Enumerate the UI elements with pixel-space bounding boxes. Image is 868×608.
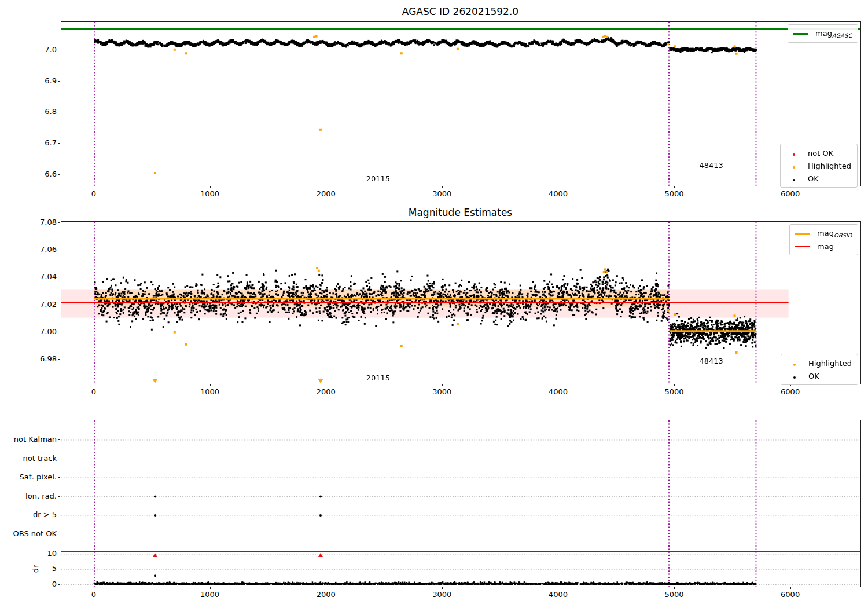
obsid-annotation: 20115 bbox=[366, 373, 390, 382]
x-tick-label: 1000 bbox=[200, 189, 219, 199]
y-tick-label: 6.6 bbox=[2, 170, 57, 179]
y-tick-label: 7.0 bbox=[2, 45, 57, 54]
x-tick-label: 0 bbox=[91, 590, 96, 599]
legend-label: magOBSID bbox=[817, 229, 852, 239]
flag-row-label: Ion. rad. bbox=[2, 492, 57, 501]
legend-label: Highlighted bbox=[808, 359, 852, 368]
x-tick-label: 6000 bbox=[781, 590, 800, 599]
plot2-canvas bbox=[61, 222, 860, 384]
y-tick-mark bbox=[58, 174, 60, 175]
x-tick-mark bbox=[94, 186, 94, 188]
legend-line-swatch bbox=[793, 33, 808, 35]
x-tick-mark bbox=[210, 587, 211, 589]
plot3-canvas bbox=[61, 420, 860, 587]
flag-row-label: not track bbox=[2, 454, 57, 463]
flag-row-tick-mark bbox=[58, 496, 60, 497]
flag-row-tick-mark bbox=[58, 477, 60, 478]
x-tick-label: 4000 bbox=[549, 387, 568, 397]
x-tick-mark bbox=[94, 384, 94, 386]
y-tick-mark bbox=[58, 277, 60, 277]
plot1-magnitude-vs-time bbox=[61, 21, 861, 186]
x-tick-mark bbox=[558, 186, 558, 188]
x-tick-label: 2000 bbox=[317, 590, 336, 599]
x-tick-mark bbox=[442, 587, 443, 589]
plot2-magnitude-estimates bbox=[61, 221, 861, 384]
x-tick-mark bbox=[674, 384, 675, 386]
x-tick-label: 5000 bbox=[664, 387, 683, 397]
legend-label-subscript: AGASC bbox=[832, 32, 852, 39]
flag-row-tick-mark bbox=[58, 439, 60, 440]
dr-tick-label: 10 bbox=[2, 549, 57, 558]
plot3-quality-flags bbox=[61, 420, 861, 587]
y-tick-mark bbox=[58, 81, 60, 82]
y-tick-label: 7.02 bbox=[2, 300, 57, 309]
x-tick-mark bbox=[790, 587, 791, 589]
x-tick-label: 6000 bbox=[781, 189, 800, 199]
legend-mag-agasc: magAGASC bbox=[788, 24, 858, 43]
x-tick-label: 0 bbox=[91, 387, 96, 397]
legend-item: Highlighted bbox=[786, 357, 852, 369]
x-tick-label: 0 bbox=[91, 189, 96, 199]
y-tick-mark bbox=[58, 50, 60, 50]
figure-agasc-magnitude-report: AGASC ID 262021592.0 Magnitude Estimates… bbox=[0, 0, 868, 608]
legend-label: not OK bbox=[808, 149, 833, 158]
x-tick-label: 4000 bbox=[549, 189, 568, 199]
flag-row-label: OBS not OK bbox=[2, 529, 57, 539]
legend-label: magAGASC bbox=[815, 29, 852, 39]
flag-row-tick-mark bbox=[58, 515, 60, 515]
x-tick-label: 3000 bbox=[432, 189, 451, 199]
legend-label: Highlighted bbox=[808, 162, 851, 170]
legend-item: magOBSID bbox=[795, 227, 852, 240]
x-tick-mark bbox=[558, 384, 558, 386]
obsid-annotation: 48413 bbox=[700, 356, 723, 365]
y-tick-label: 7.00 bbox=[2, 327, 57, 336]
dr-tick-mark bbox=[58, 554, 60, 554]
x-tick-mark bbox=[210, 186, 211, 188]
legend-line-swatch bbox=[795, 233, 810, 235]
y-tick-label: 7.04 bbox=[2, 272, 57, 281]
y-tick-mark bbox=[58, 112, 60, 112]
x-tick-mark bbox=[326, 186, 326, 188]
y-tick-label: 6.8 bbox=[2, 107, 57, 116]
flag-row-tick-mark bbox=[58, 459, 60, 459]
legend-label-subscript: OBSID bbox=[834, 232, 852, 239]
x-tick-mark bbox=[326, 384, 326, 386]
legend-label: OK bbox=[808, 174, 819, 183]
legend-item: OK bbox=[785, 172, 851, 185]
x-tick-label: 2000 bbox=[317, 387, 336, 397]
obsid-annotation: 48413 bbox=[700, 161, 723, 170]
legend-label: mag bbox=[817, 242, 834, 251]
legend-plot2-lines: magOBSIDmag bbox=[789, 224, 858, 255]
plot2-title: Magnitude Estimates bbox=[61, 207, 860, 218]
x-tick-mark bbox=[442, 384, 443, 386]
legend-item: OK bbox=[786, 369, 852, 382]
y-tick-mark bbox=[58, 305, 60, 305]
y-tick-mark bbox=[58, 143, 60, 144]
y-tick-label: 7.06 bbox=[2, 245, 57, 254]
x-tick-label: 5000 bbox=[664, 590, 683, 599]
y-tick-mark bbox=[58, 250, 60, 250]
x-tick-mark bbox=[558, 587, 558, 589]
plot1-title: AGASC ID 262021592.0 bbox=[61, 6, 860, 17]
x-tick-label: 3000 bbox=[432, 590, 451, 599]
obsid-annotation: 20115 bbox=[366, 174, 390, 182]
x-tick-mark bbox=[674, 186, 675, 188]
legend-item: magAGASC bbox=[793, 27, 852, 40]
x-tick-label: 3000 bbox=[432, 387, 451, 397]
legend-plot1-markers: not OKHighlightedOK bbox=[780, 144, 858, 188]
legend-marker-swatch bbox=[786, 372, 803, 380]
legend-marker-swatch bbox=[785, 162, 803, 170]
flag-row-label: not Kalman bbox=[2, 435, 57, 444]
y-tick-label: 6.9 bbox=[2, 76, 57, 86]
flag-row-tick-mark bbox=[58, 534, 60, 534]
x-tick-mark bbox=[94, 587, 94, 589]
dr-tick-label: 0 bbox=[2, 580, 57, 589]
x-tick-mark bbox=[674, 587, 675, 589]
dr-tick-mark bbox=[58, 569, 60, 569]
legend-item: not OK bbox=[785, 146, 851, 159]
legend-marker-swatch bbox=[785, 174, 803, 183]
x-tick-label: 1000 bbox=[200, 590, 219, 599]
y-tick-label: 6.98 bbox=[2, 354, 57, 364]
x-tick-label: 6000 bbox=[781, 387, 800, 397]
y-tick-label: 7.08 bbox=[2, 218, 57, 227]
